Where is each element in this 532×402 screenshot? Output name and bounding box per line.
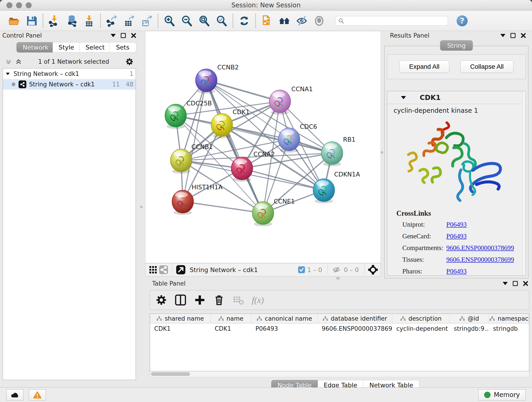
zoom-out-icon[interactable] xyxy=(180,14,193,27)
add-column-icon[interactable] xyxy=(194,294,206,306)
gear-icon[interactable] xyxy=(125,57,133,66)
results-scrollbar[interactable] xyxy=(522,91,526,275)
control-panel-tabs: NetworkStyleSelectSets xyxy=(17,42,136,52)
gene-section-header[interactable]: CDK1 xyxy=(387,91,526,104)
panel-close-icon[interactable] xyxy=(131,33,136,38)
panel-menu-icon[interactable] xyxy=(503,282,508,285)
table-cell: P06493 xyxy=(251,323,317,334)
column-header-canonical-name[interactable]: canonical name xyxy=(251,314,317,323)
panel-close-icon[interactable] xyxy=(520,33,526,38)
zoom-selected-icon[interactable] xyxy=(215,14,228,27)
collapse-all-button[interactable]: Collapse All xyxy=(460,61,513,73)
panel-close-icon[interactable] xyxy=(523,281,528,286)
birds-eye-navigator-icon[interactable] xyxy=(368,264,378,275)
node-RB1[interactable] xyxy=(321,142,343,166)
import-database-icon[interactable] xyxy=(65,14,78,27)
crosslink-label: GeneCard: xyxy=(396,232,446,240)
refresh-icon[interactable] xyxy=(238,14,251,27)
network-selection-row: 1 of 1 Network selected xyxy=(2,57,136,66)
table-settings-gear-icon[interactable] xyxy=(156,294,167,306)
node-CDKN1A[interactable] xyxy=(313,179,335,204)
panel-float-icon[interactable] xyxy=(510,33,515,38)
import-network-icon[interactable] xyxy=(48,14,61,27)
column-header-name[interactable]: name xyxy=(210,314,251,323)
crosslink-value-link[interactable]: P06493 xyxy=(446,221,467,228)
string-document-icon[interactable] xyxy=(260,14,273,27)
grid-view-icon[interactable] xyxy=(148,264,158,275)
memory-button[interactable]: Memory xyxy=(478,389,526,400)
tab-select[interactable]: Select xyxy=(80,42,109,52)
network-collection-row[interactable]: String Network – cdk1 1 xyxy=(3,69,136,79)
collection-expand-icon[interactable] xyxy=(5,71,10,76)
open-in-window-icon[interactable] xyxy=(176,264,186,275)
delete-table-icon[interactable] xyxy=(233,294,244,306)
minimize-window-button[interactable] xyxy=(16,2,22,8)
column-header--id[interactable]: @id xyxy=(450,314,489,323)
node-CDC25B[interactable] xyxy=(165,104,186,129)
crosslink-value-link[interactable]: 9606.ENSP00000378699 xyxy=(446,244,514,252)
cloud-status-button[interactable] xyxy=(6,389,23,400)
cytoscape-window: Session: New Session xyxy=(0,0,532,402)
network-canvas[interactable]: CCNB2CCNA1CDC25BCDK1CDC6RB1CCNB1CCNA2CDK… xyxy=(145,31,381,263)
table-horizontal-scrollbar[interactable] xyxy=(150,371,529,377)
selected-checkbox-icon[interactable] xyxy=(298,266,305,273)
node-CCNE1[interactable] xyxy=(252,202,274,226)
table-cell: 9606.ENSP00000378699 xyxy=(317,323,392,334)
close-window-button[interactable] xyxy=(6,2,12,8)
show-eye-icon[interactable] xyxy=(313,14,326,27)
hide-eye-icon[interactable] xyxy=(295,14,308,27)
panel-float-icon[interactable] xyxy=(121,33,126,38)
warnings-button[interactable] xyxy=(29,389,46,400)
show-columns-icon[interactable] xyxy=(175,294,186,306)
footer-separator xyxy=(364,265,365,275)
crosslink-value-link[interactable]: P06493 xyxy=(446,268,467,275)
expand-all-icon[interactable] xyxy=(15,58,22,65)
export-table-icon[interactable] xyxy=(123,14,136,27)
tab-style[interactable]: Style xyxy=(53,42,80,52)
zoom-fit-icon[interactable] xyxy=(198,14,210,27)
collapse-section-icon[interactable] xyxy=(401,96,406,99)
import-table-icon[interactable] xyxy=(83,14,95,27)
export-network-icon[interactable] xyxy=(105,14,118,27)
home-icon[interactable] xyxy=(278,14,291,27)
delete-column-icon[interactable] xyxy=(213,294,225,306)
zoom-in-icon[interactable] xyxy=(163,14,176,27)
node-CCNA1[interactable] xyxy=(269,90,291,115)
node-CCNA2[interactable] xyxy=(231,157,253,182)
export-image-icon[interactable] xyxy=(140,14,153,27)
column-header-namespac[interactable]: namespac xyxy=(489,314,529,323)
hidden-eye-icon[interactable] xyxy=(331,264,342,275)
toolbar-separator xyxy=(43,14,43,28)
left-splitter-handle[interactable] xyxy=(140,206,143,208)
table-header-row: shared namenamecanonical namedatabase id… xyxy=(150,314,529,323)
search-box[interactable] xyxy=(335,16,448,26)
tab-network[interactable]: Network xyxy=(17,42,53,52)
node-table[interactable]: shared namenamecanonical namedatabase id… xyxy=(150,313,529,371)
network-share-icon[interactable] xyxy=(158,264,169,275)
node-CCNB2[interactable] xyxy=(196,69,217,94)
function-builder-icon[interactable]: f(x) xyxy=(252,295,264,305)
column-header-shared-name[interactable]: shared name xyxy=(150,314,210,323)
expand-all-button[interactable]: Expand All xyxy=(399,61,449,73)
edge-HIST1H1A-CCNE1[interactable] xyxy=(183,202,263,213)
search-input[interactable] xyxy=(346,17,445,25)
column-header-description[interactable]: description xyxy=(392,314,450,323)
maximize-window-button[interactable] xyxy=(26,2,32,8)
node-HIST1H1A[interactable] xyxy=(172,190,194,215)
node-CDC6[interactable] xyxy=(278,128,300,153)
collapse-all-icon[interactable] xyxy=(5,58,12,65)
tab-sets[interactable]: Sets xyxy=(109,42,136,52)
panel-menu-icon[interactable] xyxy=(111,34,116,37)
help-icon[interactable]: ? xyxy=(457,15,468,26)
tab-string[interactable]: String xyxy=(440,40,473,51)
save-session-icon[interactable] xyxy=(25,14,38,27)
bottom-splitter-handle[interactable] xyxy=(336,277,340,280)
crosslink-value-link[interactable]: P06493 xyxy=(446,232,467,240)
crosslink-value-link[interactable]: 9606.ENSP00000378699 xyxy=(446,256,514,263)
panel-float-icon[interactable] xyxy=(513,281,518,286)
column-header-database-identifier[interactable]: database identifier xyxy=(317,314,392,323)
network-row[interactable]: String Network – cdk1 11 48 xyxy=(3,79,136,89)
panel-menu-icon[interactable] xyxy=(500,34,505,37)
open-session-icon[interactable] xyxy=(8,14,21,27)
table-row[interactable]: CDK1CDK1P064939606.ENSP00000378699cyclin… xyxy=(150,323,529,334)
